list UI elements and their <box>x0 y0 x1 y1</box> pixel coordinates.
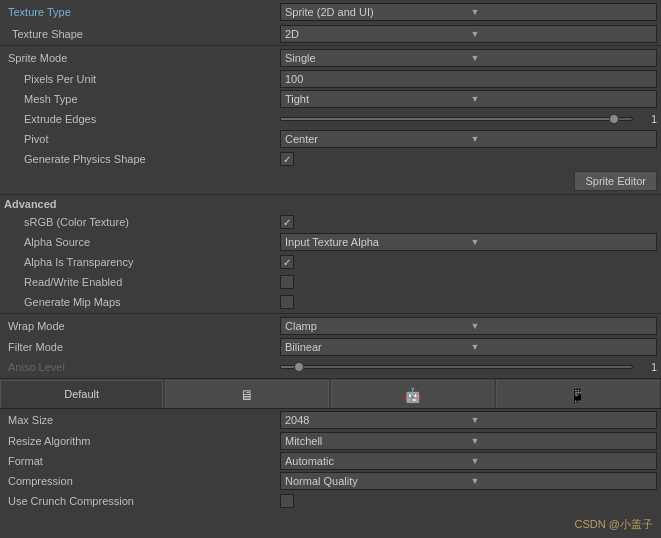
pivot-dropdown[interactable]: Center ▼ <box>280 130 657 148</box>
extrude-edges-label: Extrude Edges <box>4 113 280 125</box>
extrude-edges-slider-wrap: 1 <box>280 113 657 125</box>
android-icon: 🤖 <box>404 387 421 403</box>
wrap-mode-arrow: ▼ <box>471 321 653 331</box>
max-size-value: 2048 <box>285 414 467 426</box>
texture-shape-dropdown[interactable]: 2D ▼ <box>280 25 657 43</box>
aniso-level-label: Aniso Level <box>4 361 280 373</box>
mesh-type-value: Tight <box>285 93 467 105</box>
sprite-mode-dropdown[interactable]: Single ▼ <box>280 49 657 67</box>
wrap-mode-label: Wrap Mode <box>4 320 280 332</box>
sprite-mode-arrow: ▼ <box>471 53 653 63</box>
texture-shape-arrow: ▼ <box>471 29 653 39</box>
watermark: CSDN @小盖子 <box>575 517 653 532</box>
filter-mode-dropdown[interactable]: Bilinear ▼ <box>280 338 657 356</box>
tab-default[interactable]: Default <box>0 380 163 408</box>
resize-algo-value: Mitchell <box>285 435 467 447</box>
format-dropdown[interactable]: Automatic ▼ <box>280 452 657 470</box>
compression-value: Normal Quality <box>285 475 467 487</box>
alpha-transparency-checkbox[interactable] <box>280 255 294 269</box>
tab-windows[interactable]: 🖥 <box>165 380 328 408</box>
wrap-mode-value: Clamp <box>285 320 467 332</box>
pixels-per-unit-value[interactable]: 100 <box>280 70 657 88</box>
sprite-mode-label: Sprite Mode <box>4 52 280 64</box>
extrude-edges-thumb[interactable] <box>609 114 619 124</box>
mesh-type-arrow: ▼ <box>471 94 653 104</box>
alpha-source-dropdown[interactable]: Input Texture Alpha ▼ <box>280 233 657 251</box>
wrap-mode-dropdown[interactable]: Clamp ▼ <box>280 317 657 335</box>
pivot-label: Pivot <box>4 133 280 145</box>
pixels-per-unit-label: Pixels Per Unit <box>4 73 280 85</box>
ios-icon: 📱 <box>569 387 586 403</box>
resize-algo-arrow: ▼ <box>471 436 653 446</box>
extrude-edges-track[interactable] <box>280 117 633 121</box>
gen-mip-maps-checkbox[interactable] <box>280 295 294 309</box>
pivot-arrow: ▼ <box>471 134 653 144</box>
format-label: Format <box>4 455 280 467</box>
tab-default-label: Default <box>64 388 99 400</box>
max-size-label: Max Size <box>4 414 280 426</box>
srgb-checkbox[interactable] <box>280 215 294 229</box>
texture-type-dropdown[interactable]: Sprite (2D and UI) ▼ <box>280 3 657 21</box>
tab-android[interactable]: 🤖 <box>331 380 494 408</box>
read-write-label: Read/Write Enabled <box>4 276 280 288</box>
max-size-arrow: ▼ <box>471 415 653 425</box>
alpha-source-arrow: ▼ <box>471 237 653 247</box>
aniso-level-thumb[interactable] <box>294 362 304 372</box>
texture-type-label: Texture Type <box>4 6 280 18</box>
aniso-level-track[interactable] <box>280 365 633 369</box>
sprite-editor-wrap: Sprite Editor <box>0 169 661 193</box>
alpha-source-value: Input Texture Alpha <box>285 236 467 248</box>
pivot-value: Center <box>285 133 467 145</box>
alpha-source-label: Alpha Source <box>4 236 280 248</box>
max-size-dropdown[interactable]: 2048 ▼ <box>280 411 657 429</box>
filter-mode-arrow: ▼ <box>471 342 653 352</box>
read-write-checkbox[interactable] <box>280 275 294 289</box>
use-crunch-label: Use Crunch Compression <box>4 495 280 507</box>
texture-shape-label: Texture Shape <box>4 28 280 40</box>
sprite-mode-value: Single <box>285 52 467 64</box>
format-value: Automatic <box>285 455 467 467</box>
compression-arrow: ▼ <box>471 476 653 486</box>
gen-mip-maps-label: Generate Mip Maps <box>4 296 280 308</box>
extrude-edges-fill <box>281 118 614 120</box>
advanced-label: Advanced <box>4 198 57 210</box>
aniso-level-value: 1 <box>637 361 657 373</box>
advanced-section: Advanced <box>0 196 661 212</box>
platform-tabs: Default 🖥 🤖 📱 <box>0 380 661 409</box>
sprite-editor-button[interactable]: Sprite Editor <box>574 171 657 191</box>
resize-algo-dropdown[interactable]: Mitchell ▼ <box>280 432 657 450</box>
mesh-type-label: Mesh Type <box>4 93 280 105</box>
texture-type-value: Sprite (2D and UI) <box>285 6 467 18</box>
srgb-label: sRGB (Color Texture) <box>4 216 280 228</box>
texture-shape-value: 2D <box>285 28 467 40</box>
texture-type-arrow: ▼ <box>471 7 653 17</box>
aniso-level-slider-wrap: 1 <box>280 361 657 373</box>
compression-label: Compression <box>4 475 280 487</box>
monitor-icon: 🖥 <box>240 387 254 403</box>
mesh-type-dropdown[interactable]: Tight ▼ <box>280 90 657 108</box>
tab-ios[interactable]: 📱 <box>496 380 659 408</box>
format-arrow: ▼ <box>471 456 653 466</box>
filter-mode-value: Bilinear <box>285 341 467 353</box>
compression-dropdown[interactable]: Normal Quality ▼ <box>280 472 657 490</box>
use-crunch-checkbox[interactable] <box>280 494 294 508</box>
generate-physics-label: Generate Physics Shape <box>4 153 280 165</box>
filter-mode-label: Filter Mode <box>4 341 280 353</box>
alpha-transparency-label: Alpha Is Transparency <box>4 256 280 268</box>
generate-physics-checkbox[interactable] <box>280 152 294 166</box>
extrude-edges-value: 1 <box>637 113 657 125</box>
resize-algo-label: Resize Algorithm <box>4 435 280 447</box>
